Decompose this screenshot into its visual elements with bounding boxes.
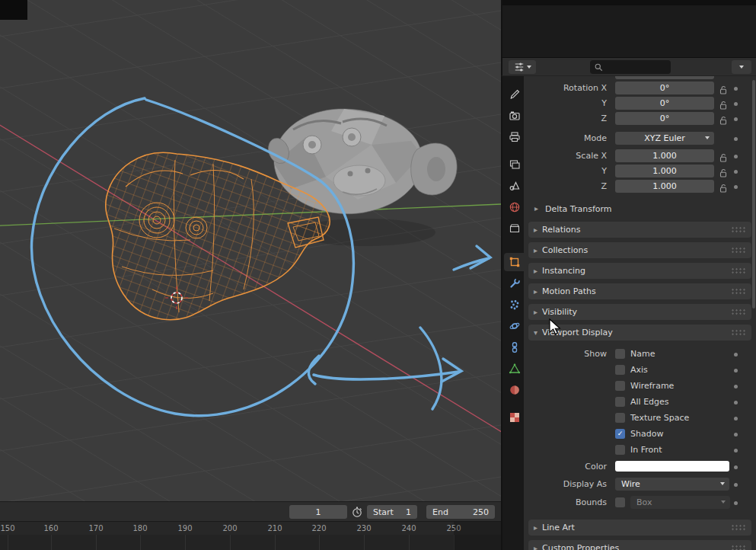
drag-grip-icon[interactable] bbox=[731, 309, 746, 315]
preview-range-button[interactable] bbox=[349, 505, 364, 519]
panel-delta-transform[interactable]: ▸ Delta Transform bbox=[524, 202, 756, 217]
out-of-range-shade bbox=[454, 522, 501, 550]
ruler-tick-label: 150 bbox=[0, 524, 14, 532]
scale-y-label: Y bbox=[524, 166, 607, 176]
tab-physics[interactable] bbox=[504, 317, 525, 335]
rotation-mode-dropdown[interactable]: XYZ Euler bbox=[615, 132, 714, 145]
decorator-dot[interactable] bbox=[734, 483, 738, 487]
decorator-dot[interactable] bbox=[734, 102, 738, 106]
checkbox-all-edges[interactable]: ✓ bbox=[615, 397, 625, 407]
drag-grip-icon[interactable] bbox=[731, 288, 746, 295]
decorator-dot[interactable] bbox=[734, 353, 738, 357]
ruler-tick-label: 200 bbox=[222, 524, 237, 532]
panel-header-motion-paths[interactable]: ▸ Motion Paths bbox=[528, 283, 751, 299]
show-label: Show bbox=[524, 349, 607, 359]
tab-texture[interactable] bbox=[504, 408, 525, 427]
scale-x-field[interactable]: 1.000 bbox=[615, 149, 714, 162]
tab-world[interactable] bbox=[504, 198, 525, 216]
tab-modifiers[interactable] bbox=[504, 274, 525, 293]
rotation-x-label: Rotation X bbox=[524, 83, 607, 93]
show-axis-row: ✓ Axis bbox=[524, 363, 756, 378]
decorator-dot[interactable] bbox=[734, 385, 738, 389]
drag-grip-icon[interactable] bbox=[731, 226, 746, 233]
rotation-y-row: Y 0° bbox=[524, 96, 756, 111]
scene-icon bbox=[509, 180, 521, 192]
timeline-ruler[interactable]: 150 160 170 180 190 200 210 220 230 240 … bbox=[0, 521, 501, 550]
drag-grip-icon[interactable] bbox=[731, 267, 746, 274]
tab-collection[interactable] bbox=[504, 219, 525, 238]
decorator-dot[interactable] bbox=[734, 449, 738, 452]
tab-object[interactable] bbox=[504, 253, 525, 271]
frame-end-field[interactable]: End 250 bbox=[426, 505, 495, 519]
properties-editor-icon bbox=[514, 62, 525, 72]
material-sphere-icon bbox=[509, 384, 521, 396]
decorator-dot[interactable] bbox=[734, 401, 738, 405]
checkbox-bounds[interactable]: ✓ bbox=[615, 497, 625, 507]
search-icon bbox=[594, 62, 604, 72]
panel-header-line-art[interactable]: ▸ Line Art bbox=[528, 520, 751, 536]
display-as-dropdown[interactable]: Wire bbox=[615, 478, 729, 491]
decorator-dot[interactable] bbox=[734, 87, 738, 91]
checkbox-shadow[interactable]: ✓ bbox=[615, 429, 625, 439]
lock-icon[interactable] bbox=[719, 182, 727, 197]
tab-render[interactable] bbox=[504, 107, 525, 125]
drag-grip-icon[interactable] bbox=[731, 545, 746, 550]
decorator-dot[interactable] bbox=[734, 433, 738, 436]
scrollbar[interactable] bbox=[752, 80, 755, 309]
decorator-dot[interactable] bbox=[734, 170, 738, 174]
rotation-z-field[interactable]: 0° bbox=[615, 112, 714, 125]
decorator-dot[interactable] bbox=[734, 137, 738, 141]
decorator-dot[interactable] bbox=[734, 417, 738, 420]
panel-header-viewport-display[interactable]: ▾ Viewport Display bbox=[528, 325, 751, 341]
bounds-dropdown[interactable]: Box bbox=[630, 496, 730, 509]
tab-material[interactable] bbox=[504, 381, 525, 399]
decorator-dot[interactable] bbox=[734, 465, 738, 469]
panel-header-collections[interactable]: ▸ Collections bbox=[528, 242, 751, 258]
checkbox-in-front[interactable]: ✓ bbox=[615, 445, 625, 455]
panel-header-instancing[interactable]: ▸ Instancing bbox=[528, 263, 751, 279]
tab-view-layer[interactable] bbox=[504, 155, 525, 174]
decorator-dot[interactable] bbox=[734, 369, 738, 373]
expand-arrow-icon: ▸ bbox=[534, 267, 537, 275]
scale-z-field[interactable]: 1.000 bbox=[615, 180, 714, 193]
tab-tool[interactable] bbox=[504, 85, 525, 104]
timeline-track[interactable] bbox=[0, 535, 501, 550]
panel-header-relations[interactable]: ▸ Relations bbox=[528, 222, 751, 238]
checkbox-texture-space[interactable]: ✓ bbox=[615, 413, 625, 423]
search-box[interactable] bbox=[590, 60, 671, 74]
tab-scene[interactable] bbox=[504, 177, 525, 195]
ruler-tick-label: 240 bbox=[401, 524, 416, 532]
editor-gap bbox=[501, 0, 756, 58]
filter-dropdown-button[interactable] bbox=[732, 60, 751, 74]
lock-icon[interactable] bbox=[719, 114, 727, 129]
frame-start-field[interactable]: Start 1 bbox=[367, 505, 417, 519]
drag-grip-icon[interactable] bbox=[731, 524, 746, 531]
show-wireframe-row: ✓ Wireframe bbox=[524, 379, 756, 394]
decorator-dot[interactable] bbox=[734, 155, 738, 158]
checkbox-wireframe[interactable]: ✓ bbox=[615, 381, 625, 391]
tab-output[interactable] bbox=[504, 128, 525, 146]
tab-object-data[interactable] bbox=[504, 360, 525, 378]
decorator-dot[interactable] bbox=[734, 185, 738, 189]
color-swatch[interactable] bbox=[615, 461, 729, 472]
rotation-y-field[interactable]: 0° bbox=[615, 97, 714, 110]
rotation-x-field[interactable]: 0° bbox=[615, 82, 714, 94]
tab-particles[interactable] bbox=[504, 296, 525, 314]
current-frame-field[interactable]: 1 bbox=[289, 505, 347, 519]
show-name-row: Show ✓ Name bbox=[524, 347, 756, 362]
panel-header-visibility[interactable]: ▸ Visibility bbox=[528, 304, 751, 320]
drag-grip-icon[interactable] bbox=[731, 247, 746, 254]
scale-y-field[interactable]: 1.000 bbox=[615, 165, 714, 177]
search-input[interactable] bbox=[604, 62, 667, 73]
panel-header-custom-properties[interactable]: ▸ Custom Properties bbox=[528, 540, 751, 550]
checkbox-axis[interactable]: ✓ bbox=[615, 365, 625, 375]
tab-constraints[interactable] bbox=[504, 338, 525, 357]
checkbox-name[interactable]: ✓ bbox=[615, 349, 625, 359]
decorator-dot[interactable] bbox=[734, 117, 738, 121]
drag-grip-icon[interactable] bbox=[731, 329, 746, 336]
viewport-3d[interactable] bbox=[0, 0, 501, 501]
properties-panel: Rotation X 0° Y 0° Z 0° Mode XYZ Euler S… bbox=[524, 76, 756, 550]
decorator-dot[interactable] bbox=[734, 501, 738, 505]
editor-type-button[interactable] bbox=[509, 60, 536, 74]
show-in-front-row: ✓ In Front bbox=[524, 443, 756, 458]
